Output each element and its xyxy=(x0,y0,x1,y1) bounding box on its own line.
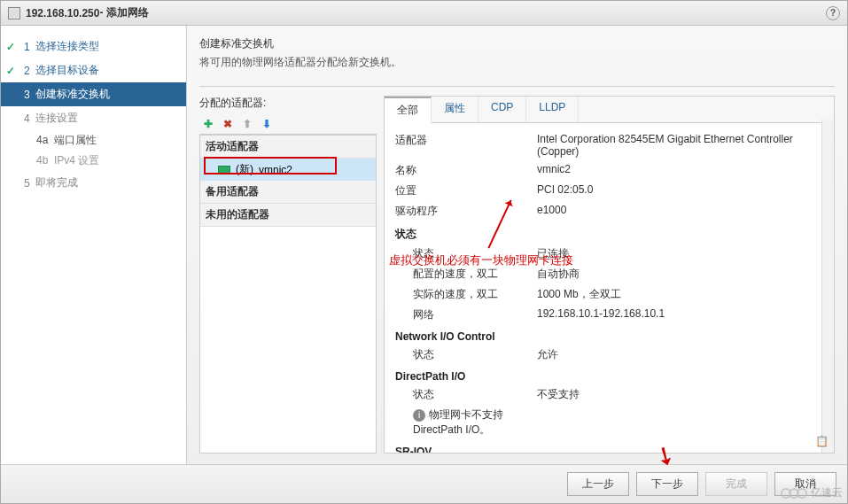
wizard-step-connection-settings[interactable]: 4 连接设置 xyxy=(1,106,186,130)
host-icon xyxy=(8,7,20,19)
prop-val: 已连接 xyxy=(537,246,823,261)
properties-grid: 适配器Intel Corporation 82545EM Gigabit Eth… xyxy=(385,123,834,453)
prop-val: Intel Corporation 82545EM Gigabit Ethern… xyxy=(537,133,823,158)
prop-key: 网络 xyxy=(395,307,537,322)
check-icon: ✓ xyxy=(6,41,19,53)
tab-cdp[interactable]: CDP xyxy=(478,97,526,122)
group-standby: 备用适配器 xyxy=(200,181,376,204)
back-button[interactable]: 上一步 xyxy=(567,472,629,496)
group-active: 活动适配器 xyxy=(200,136,376,159)
section-sriov: SR-IOV xyxy=(395,440,823,453)
prop-key: 状态 xyxy=(395,246,537,261)
prop-val: PCI 02:05.0 xyxy=(537,183,823,198)
wizard-sub-ipv4[interactable]: 4b IPv4 设置 xyxy=(1,151,186,171)
tab-lldp[interactable]: LLDP xyxy=(526,97,579,122)
prop-val: vmnic2 xyxy=(537,163,823,178)
dialog-body: ✓ 1 选择连接类型 ✓ 2 选择目标设备 3 创建标准交换机 4 连接设置 4… xyxy=(1,26,847,464)
group-unused: 未用的适配器 xyxy=(200,204,376,227)
section-nio: Network I/O Control xyxy=(395,325,823,345)
tab-all[interactable]: 全部 xyxy=(385,97,432,123)
prop-key: 状态 xyxy=(395,387,537,402)
wizard-nav: ✓ 1 选择连接类型 ✓ 2 选择目标设备 3 创建标准交换机 4 连接设置 4… xyxy=(1,26,187,464)
prop-val: 自动协商 xyxy=(537,267,823,282)
titlebar: 192.168.10.250 - 添加网络 ? xyxy=(1,1,847,26)
add-adapter-icon[interactable]: ✚ xyxy=(201,117,215,131)
footer: 上一步 下一步 完成 取消 xyxy=(1,464,847,503)
prop-key: 名称 xyxy=(395,163,537,178)
wizard-step-ready[interactable]: 5 即将完成 xyxy=(1,171,186,195)
prop-val: 允许 xyxy=(537,347,823,362)
section-directpath: DirectPath I/O xyxy=(395,365,823,384)
prop-key: 配置的速度，双工 xyxy=(395,267,537,282)
prop-val: 不受支持 xyxy=(537,387,823,402)
next-button[interactable]: 下一步 xyxy=(636,472,698,496)
finish-button: 完成 xyxy=(705,472,767,496)
wizard-step-create-vswitch[interactable]: 3 创建标准交换机 xyxy=(1,82,186,106)
prop-key: 适配器 xyxy=(395,133,537,158)
content-pane: 创建标准交换机 将可用的物理网络适配器分配给新交换机。 分配的适配器: ✚ ✖ … xyxy=(187,26,847,464)
add-network-dialog: 192.168.10.250 - 添加网络 ? ✓ 1 选择连接类型 ✓ 2 选… xyxy=(0,0,848,504)
prop-val: 1000 Mb，全双工 xyxy=(537,287,823,302)
check-icon: ✓ xyxy=(6,65,19,77)
adapter-prefix: (新) xyxy=(236,162,253,177)
details-tabs: 全部 属性 CDP LLDP xyxy=(385,97,834,123)
blank xyxy=(6,89,19,101)
nic-icon xyxy=(218,166,230,174)
assigned-adapters-label: 分配的适配器: xyxy=(199,96,377,111)
adapter-item-vmnic2[interactable]: (新) vmnic2 xyxy=(200,159,376,181)
tab-properties[interactable]: 属性 xyxy=(432,97,478,122)
adapters-pane: 分配的适配器: ✚ ✖ ⬆ ⬇ 活动适配器 (新) vmnic2 xyxy=(199,96,377,454)
move-down-icon[interactable]: ⬇ xyxy=(260,117,274,131)
wizard-step-target-device[interactable]: ✓ 2 选择目标设备 xyxy=(1,58,186,82)
cancel-button[interactable]: 取消 xyxy=(774,472,836,496)
adapter-name: vmnic2 xyxy=(259,164,292,176)
prop-key: 驱动程序 xyxy=(395,204,537,219)
prop-key: 实际的速度，双工 xyxy=(395,287,537,302)
adapter-toolbar: ✚ ✖ ⬆ ⬇ xyxy=(199,114,377,135)
prop-val: 192.168.10.1-192.168.10.1 xyxy=(537,307,823,322)
info-icon: i xyxy=(413,409,425,422)
wizard-step-connection-type[interactable]: ✓ 1 选择连接类型 xyxy=(1,35,186,58)
move-up-icon[interactable]: ⬆ xyxy=(240,117,254,131)
adapter-list: 活动适配器 (新) vmnic2 备用适配器 未用的适配器 xyxy=(199,135,377,454)
info-note: i物理网卡不支持 DirectPath I/O。 xyxy=(395,407,537,438)
title-host: 192.168.10.250 xyxy=(26,7,99,19)
content-subheading: 将可用的物理网络适配器分配给新交换机。 xyxy=(199,55,835,70)
details-pane: 全部 属性 CDP LLDP 适配器Intel Corporation 8254… xyxy=(384,96,835,454)
wizard-sub-port-props[interactable]: 4a 端口属性 xyxy=(1,130,186,151)
title-suffix: - 添加网络 xyxy=(99,5,148,20)
prop-key: 位置 xyxy=(395,183,537,198)
section-state: 状态 xyxy=(395,221,823,244)
content-heading: 创建标准交换机 xyxy=(199,36,835,51)
prop-val: e1000 xyxy=(537,204,823,219)
remove-adapter-icon[interactable]: ✖ xyxy=(221,117,235,131)
scrollbar[interactable] xyxy=(821,120,834,453)
help-icon[interactable]: ? xyxy=(826,6,840,20)
copy-icon[interactable]: 📋 xyxy=(815,435,829,447)
prop-key: 状态 xyxy=(395,347,537,362)
